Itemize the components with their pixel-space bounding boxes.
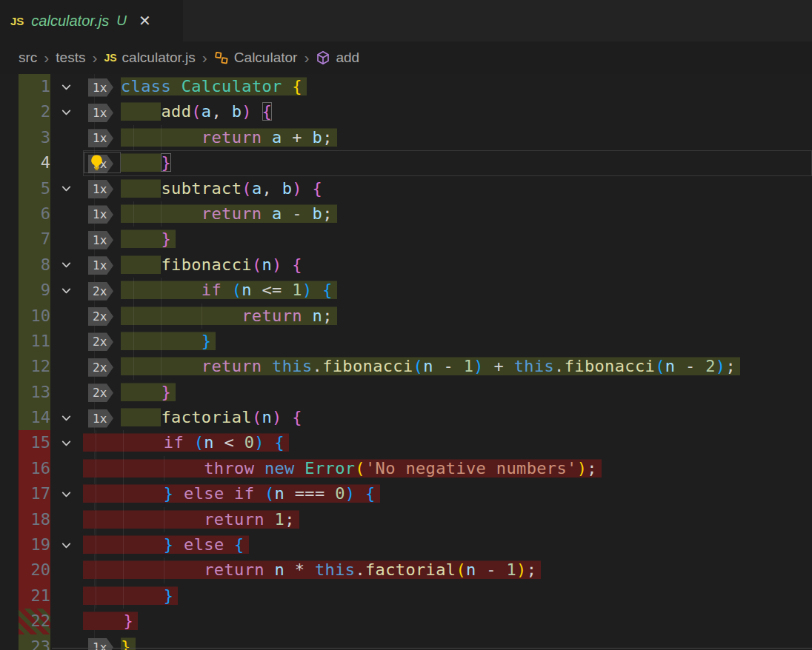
code-line-content[interactable]: } else { xyxy=(83,532,812,557)
code-token: a xyxy=(272,128,282,147)
code-line-content[interactable]: 2x } xyxy=(83,380,812,405)
code-token: ( xyxy=(252,255,262,274)
covered-code: } xyxy=(121,332,216,350)
code-token: n xyxy=(262,255,272,274)
code-line-content[interactable]: 1xclass Calculator { xyxy=(83,74,812,99)
code-token: { xyxy=(313,179,323,198)
code-line-content[interactable]: } else if (n === 0) { xyxy=(83,481,812,506)
code-token: add xyxy=(161,102,191,121)
uncovered-code: } else if (n === 0) { xyxy=(83,484,380,503)
breadcrumb-item-src[interactable]: src xyxy=(19,50,37,66)
code-token: return xyxy=(204,510,274,529)
code-line-content[interactable]: return n * this.factorial(n - 1); xyxy=(83,557,812,583)
line-number: 6 xyxy=(0,201,50,227)
code-token: - xyxy=(433,357,464,375)
code-line-content[interactable]: 1x add(a, b) { xyxy=(83,99,812,124)
code-line-19: 19 } else { xyxy=(0,532,812,557)
code-token: class xyxy=(121,77,182,96)
covered-code: } xyxy=(121,383,176,401)
breadcrumb-item-add[interactable]: add xyxy=(316,50,359,66)
code-token: 1 xyxy=(292,281,302,299)
breadcrumb-item-tests[interactable]: tests xyxy=(56,50,85,66)
code-token: * xyxy=(284,560,315,579)
code-line-content[interactable]: } xyxy=(83,609,812,634)
code-token: <= xyxy=(252,281,292,299)
code-token: n xyxy=(275,560,285,579)
code-line-content[interactable]: 2x } xyxy=(83,329,812,354)
coverage-badge: 1x xyxy=(88,231,113,249)
indent-guide xyxy=(161,278,162,303)
quick-fix-lightbulb-icon[interactable] xyxy=(88,153,105,178)
js-file-icon: JS xyxy=(10,15,24,27)
code-token: ) xyxy=(302,281,313,299)
code-line-content[interactable]: 1x } xyxy=(83,227,812,252)
vscode-window: JS calculator.js U ✕ src›tests›JScalcula… xyxy=(0,0,812,650)
breadcrumb-item-calculator-js[interactable]: JScalculator.js xyxy=(104,50,195,66)
code-token: ( xyxy=(655,357,665,375)
coverage-badge: 1x xyxy=(88,205,113,224)
fold-chevron-icon[interactable] xyxy=(56,176,76,201)
code-token: fibonacci xyxy=(161,255,251,274)
code-token: - xyxy=(476,560,507,579)
uncovered-code: return n * this.factorial(n - 1); xyxy=(83,560,541,579)
code-line-content[interactable]: throw new Error('No negative numbers'); xyxy=(83,456,812,481)
fold-chevron-icon[interactable] xyxy=(56,278,76,303)
breadcrumb-separator: › xyxy=(44,50,49,65)
indent-guide xyxy=(133,201,134,227)
code-line-12: 122x return this.fibonacci(n - 1) + this… xyxy=(0,354,812,379)
code-line-content[interactable]: 1x } xyxy=(83,150,812,175)
code-line-20: 20 return n * this.factorial(n - 1); xyxy=(0,557,812,583)
code-line-content[interactable]: 1x return a + b; xyxy=(83,125,812,150)
code-line-content[interactable]: 2x return n; xyxy=(83,304,812,329)
code-token: 1 xyxy=(464,357,474,375)
code-line-content[interactable]: 1x return a - b; xyxy=(83,201,812,227)
js-file-icon: JS xyxy=(104,52,116,64)
fold-chevron-icon[interactable] xyxy=(56,532,76,557)
code-line-content[interactable]: 1x factorial(n) { xyxy=(83,405,812,430)
breadcrumb-separator: › xyxy=(92,50,97,65)
indent-guide xyxy=(123,532,124,557)
code-line-content[interactable]: if (n < 0) { xyxy=(83,430,812,455)
code-token: new xyxy=(264,459,304,478)
line-number: 13 xyxy=(0,380,50,405)
code-token: n xyxy=(204,433,214,452)
code-token xyxy=(282,408,293,426)
covered-code: class Calculator { xyxy=(121,77,307,96)
code-editor: 11xclass Calculator {21x add(a, b) {31x … xyxy=(0,74,812,650)
code-token xyxy=(83,612,123,630)
code-line-content[interactable]: 2x return this.fibonacci(n - 1) + this.f… xyxy=(83,354,812,379)
code-line-content[interactable]: } xyxy=(83,583,812,609)
fold-chevron-icon[interactable] xyxy=(56,252,76,278)
code-token: if xyxy=(164,433,194,452)
git-status-badge: U xyxy=(116,13,127,29)
code-token: n xyxy=(262,408,272,426)
fold-chevron-icon[interactable] xyxy=(56,405,76,430)
code-token: a xyxy=(252,179,262,198)
code-token: . xyxy=(313,357,323,375)
code-token: ) xyxy=(716,357,726,375)
fold-chevron-icon[interactable] xyxy=(56,430,76,455)
indent-guide xyxy=(123,430,124,455)
indent-guide xyxy=(164,507,164,532)
method-symbol-icon xyxy=(316,50,330,65)
code-token: Calculator xyxy=(182,77,293,96)
covered-code: if (n <= 1) { xyxy=(121,281,337,299)
breadcrumb-separator: › xyxy=(202,50,207,65)
code-line-content[interactable]: 1x fibonacci(n) { xyxy=(83,252,812,278)
line-number: 22 xyxy=(0,609,50,634)
code-token: ) xyxy=(577,459,588,478)
fold-chevron-icon[interactable] xyxy=(56,74,76,99)
fold-chevron-icon[interactable] xyxy=(56,99,76,124)
code-line-content[interactable]: 1x subtract(a, b) { xyxy=(83,176,812,201)
code-line-content[interactable]: return 1; xyxy=(83,507,812,532)
code-token: 0 xyxy=(335,484,345,503)
code-line-content[interactable]: 2x if (n <= 1) { xyxy=(83,278,812,303)
code-token: . xyxy=(554,357,565,375)
fold-chevron-icon[interactable] xyxy=(56,481,76,506)
code-line-8: 81x fibonacci(n) { xyxy=(0,252,812,278)
tab-calculator-js[interactable]: JS calculator.js U ✕ xyxy=(0,0,183,41)
indent-guide xyxy=(96,507,96,532)
close-icon[interactable]: ✕ xyxy=(139,12,151,30)
breadcrumb-item-calculator[interactable]: Calculator xyxy=(214,50,298,66)
indent-guide xyxy=(123,557,124,583)
